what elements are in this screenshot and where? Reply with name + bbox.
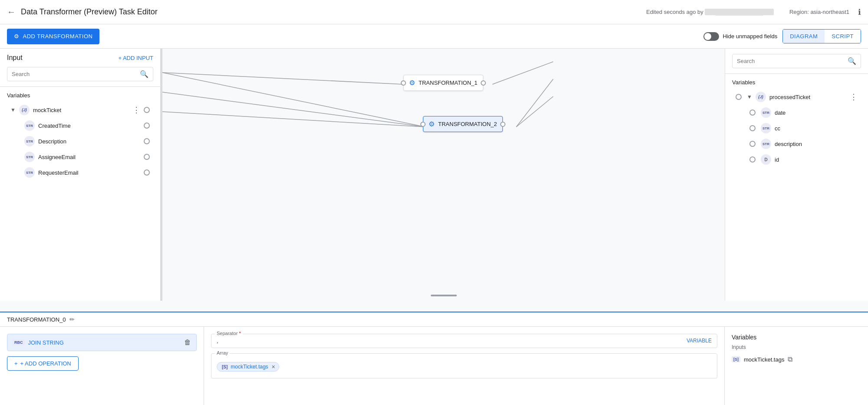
expand-arrow-icon: ▼	[10, 107, 16, 113]
variable-item-id[interactable]: D id	[746, 152, 861, 167]
variable-name-desc-right: description	[775, 141, 858, 147]
type-badge-json: {J}	[19, 105, 30, 115]
header-region: Region: asia-northeast1	[789, 9, 849, 15]
variable-name-cc: cc	[775, 125, 858, 132]
transformation-node-2[interactable]: ⚙ TRANSFORMATION_2	[423, 116, 503, 132]
svg-line-5	[516, 96, 553, 127]
variable-item-created-time[interactable]: STR CreatedTime	[21, 118, 153, 133]
view-tab-group: DIAGRAM SCRIPT	[782, 29, 861, 43]
type-badge-str-assignee: STR	[24, 152, 35, 162]
node-left-port-2	[420, 122, 426, 127]
transformation-node-1[interactable]: ⚙ TRANSFORMATION_1	[403, 75, 483, 91]
back-button[interactable]: ←	[7, 7, 16, 17]
variable-item-desc-right[interactable]: STR description	[746, 136, 861, 152]
header-meta: Edited seconds ago by ████████████	[646, 9, 774, 15]
variable-item-requester-email[interactable]: STR RequesterEmail	[21, 165, 153, 180]
gear-icon: ⚙	[409, 79, 415, 87]
node-left-port-1	[401, 80, 406, 86]
center-canvas: ⚙ TRANSFORMATION_1 ⚙ TRANSFORMATION_2	[162, 49, 725, 301]
variable-name-id: id	[775, 156, 858, 163]
add-transformation-button[interactable]: ⚙ ADD TRANSFORMATION	[7, 29, 99, 44]
left-panel: Input + ADD INPUT 🔍 Variables ▼ {J} mo	[0, 49, 161, 301]
right-connector-dot-date	[749, 110, 756, 116]
right-search-box: 🔍	[732, 54, 861, 68]
variable-item-processed-ticket[interactable]: ▼ {J} processedTicket ⋮	[732, 89, 861, 105]
right-panel: 🔍 Variables ▼ {J} processedTicket ⋮	[725, 49, 868, 301]
svg-line-2	[162, 92, 425, 127]
variable-item-description[interactable]: STR Description	[21, 133, 153, 149]
type-badge-d: D	[761, 154, 771, 165]
variable-item-assignee-email[interactable]: STR AssigneeEmail	[21, 149, 153, 165]
gear-icon: ⚙	[14, 33, 20, 40]
hide-unmapped-control: Hide unmapped fields	[703, 32, 777, 41]
scroll-indicator	[431, 295, 457, 296]
search-icon[interactable]: 🔍	[140, 70, 149, 78]
variable-item-date[interactable]: STR date	[746, 105, 861, 120]
variable-name-created-time: CreatedTime	[38, 123, 140, 129]
left-variables-section: Variables ▼ {J} mockTicket ⋮ STR Created…	[0, 87, 160, 301]
type-badge-str-desc: STR	[24, 136, 35, 146]
right-connector-dot-desc	[749, 141, 756, 147]
svg-line-3	[162, 112, 425, 127]
type-badge-str-cc: STR	[761, 123, 771, 133]
right-search-input[interactable]	[737, 58, 844, 64]
right-connector-dot	[736, 94, 742, 100]
svg-line-6	[516, 79, 553, 127]
svg-line-4	[492, 62, 553, 84]
node-right-port-2	[500, 122, 505, 127]
input-panel-title: Input	[7, 54, 23, 62]
main-layout: Input + ADD INPUT 🔍 Variables ▼ {J} mo	[0, 49, 868, 301]
variable-group-mock-ticket: ▼ {J} mockTicket ⋮ STR CreatedTime	[7, 102, 153, 180]
right-search-icon[interactable]: 🔍	[848, 57, 856, 65]
variable-name-processed-ticket: processedTicket	[769, 94, 846, 100]
toolbar: ⚙ ADD TRANSFORMATION Hide unmapped field…	[0, 24, 868, 49]
variable-name-mock-ticket: mockTicket	[33, 107, 129, 113]
tab-diagram[interactable]: DIAGRAM	[783, 30, 825, 43]
svg-line-1	[162, 73, 425, 127]
node-right-port-1	[481, 80, 486, 86]
connector-dot-created-time	[144, 123, 150, 129]
node-label-2: TRANSFORMATION_2	[438, 121, 497, 127]
right-connector-dot-cc	[749, 125, 756, 131]
connector-dot-assignee-email	[144, 154, 150, 160]
variable-name-date: date	[775, 110, 858, 116]
type-badge-str: STR	[24, 120, 35, 131]
right-variables-title: Variables	[732, 79, 861, 86]
type-badge-str-desc-right: STR	[761, 139, 771, 149]
type-badge-str-date: STR	[761, 107, 771, 118]
page-title: Data Transformer (Preview) Task Editor	[21, 7, 641, 17]
variable-name-requester-email: RequesterEmail	[38, 169, 140, 176]
variable-group-processed-ticket: ▼ {J} processedTicket ⋮ STR date	[732, 89, 861, 167]
expand-arrow-right-icon: ▼	[747, 94, 752, 100]
right-connector-dot-id	[749, 156, 756, 163]
right-variables-section: Variables ▼ {J} processedTicket ⋮ STR	[725, 74, 868, 301]
gear-icon-2: ⚙	[429, 120, 435, 128]
info-button[interactable]: ℹ	[858, 7, 861, 17]
more-options-button[interactable]: ⋮	[132, 105, 140, 115]
type-badge-str-requester: STR	[24, 167, 35, 178]
hide-unmapped-toggle[interactable]	[703, 32, 719, 41]
variable-name-description: Description	[38, 138, 140, 145]
top-header: ← Data Transformer (Preview) Task Editor…	[0, 0, 868, 24]
left-search-box: 🔍	[7, 67, 153, 81]
node-label-1: TRANSFORMATION_1	[419, 80, 478, 86]
add-input-button[interactable]: + ADD INPUT	[118, 55, 153, 61]
type-badge-json-right: {J}	[756, 92, 766, 102]
variable-item-cc[interactable]: STR cc	[746, 120, 861, 136]
right-more-options-button[interactable]: ⋮	[850, 92, 858, 102]
left-search-input[interactable]	[12, 71, 136, 77]
connector-dot-requester-email	[144, 169, 150, 176]
variable-name-assignee-email: AssigneeEmail	[38, 154, 140, 160]
variable-item-mock-ticket[interactable]: ▼ {J} mockTicket ⋮	[7, 102, 153, 118]
connector-dot-description	[144, 138, 150, 144]
svg-line-0	[162, 73, 403, 84]
connector-dot	[144, 107, 150, 113]
tab-script[interactable]: SCRIPT	[825, 30, 861, 43]
left-variables-title: Variables	[7, 92, 153, 99]
